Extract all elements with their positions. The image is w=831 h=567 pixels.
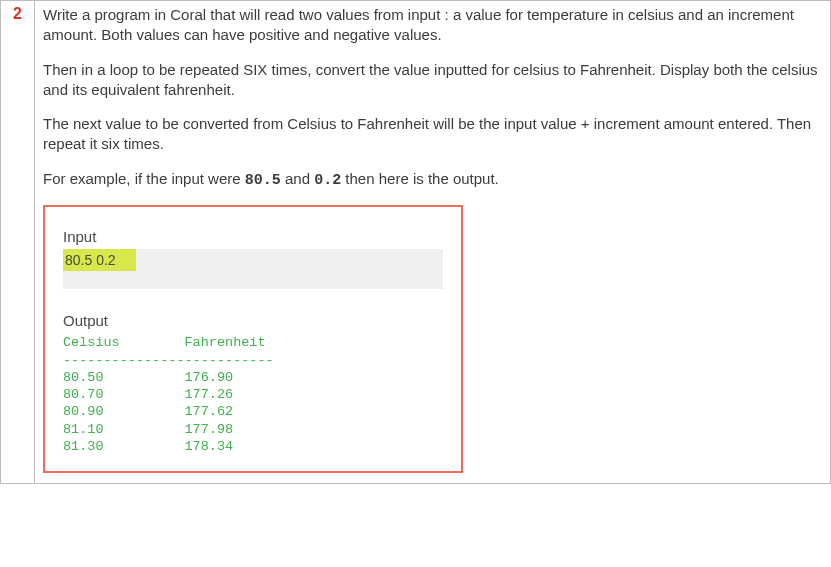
example-value-2: 0.2 [314, 172, 341, 189]
input-value: 80.5 0.2 [63, 249, 136, 271]
terminal-output: Celsius Fahrenheit ---------------------… [63, 334, 443, 455]
question-table: 2 Write a program in Coral that will rea… [0, 0, 831, 484]
question-number-cell: 2 [1, 1, 35, 484]
console-box: Input 80.5 0.2 Output Celsius Fahrenheit… [43, 205, 463, 473]
term-row: 80.70 177.26 [63, 387, 233, 402]
paragraph-3: The next value to be converted from Cels… [43, 114, 822, 155]
paragraph-1: Write a program in Coral that will read … [43, 5, 822, 46]
paragraph-2: Then in a loop to be repeated SIX times,… [43, 60, 822, 101]
term-row: 81.10 177.98 [63, 422, 233, 437]
paragraph-4b: and [281, 170, 314, 187]
example-value-1: 80.5 [245, 172, 281, 189]
term-row: 80.90 177.62 [63, 404, 233, 419]
paragraph-4a: For example, if the input were [43, 170, 245, 187]
input-box: 80.5 0.2 [63, 249, 443, 289]
term-row: 81.30 178.34 [63, 439, 233, 454]
question-content-cell: Write a program in Coral that will read … [35, 1, 831, 484]
paragraph-4c: then here is the output. [341, 170, 499, 187]
term-divider: -------------------------- [63, 353, 274, 368]
paragraph-4: For example, if the input were 80.5 and … [43, 169, 822, 191]
input-label: Input [63, 227, 443, 247]
term-row: 80.50 176.90 [63, 370, 233, 385]
term-header: Celsius Fahrenheit [63, 335, 266, 350]
output-label: Output [63, 311, 443, 331]
question-number: 2 [13, 5, 22, 22]
